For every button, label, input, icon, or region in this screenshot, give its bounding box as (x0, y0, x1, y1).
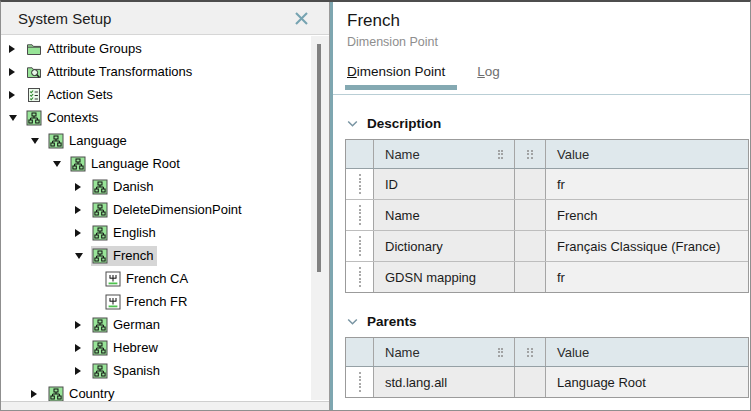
active-tab-indicator (345, 85, 457, 90)
hierarchy-icon (70, 156, 86, 172)
row-handle-icon[interactable] (346, 200, 374, 230)
tree-item-label: Country (69, 386, 115, 401)
header-mid-cell[interactable] (515, 140, 546, 168)
system-setup-window: System Setup Attribute Groups Attribute … (0, 0, 751, 411)
tree-item-attribute-transformations[interactable]: Attribute Transformations (1, 60, 329, 83)
parents-table: Name Value std.lang.all Language Root (345, 337, 749, 398)
expand-arrow-icon[interactable] (75, 367, 91, 375)
system-setup-tree: Attribute Groups Attribute Transformatio… (1, 35, 329, 405)
collapse-arrow-icon[interactable] (75, 253, 91, 259)
row-handle-icon[interactable] (346, 231, 374, 261)
checklist-icon (26, 87, 42, 103)
expand-arrow-icon[interactable] (9, 68, 25, 76)
mid-cell[interactable] (515, 367, 546, 397)
attribute-value-cell[interactable]: fr (546, 262, 748, 292)
section-parents: Parents (347, 314, 750, 329)
collapse-arrow-icon[interactable] (53, 161, 69, 167)
expand-arrow-icon[interactable] (75, 344, 91, 352)
tree-item-label: Spanish (113, 363, 160, 378)
expand-arrow-icon[interactable] (75, 183, 91, 191)
tree-item-label: French CA (126, 271, 188, 286)
row-handle-icon[interactable] (346, 367, 374, 397)
dimension-point-icon (105, 271, 121, 287)
collapse-arrow-icon[interactable] (31, 138, 47, 144)
tree-item-contexts[interactable]: Contexts (1, 106, 329, 129)
tree-item-deletedimensionpoint[interactable]: DeleteDimensionPoint (1, 198, 329, 221)
section-description: Description (347, 116, 750, 131)
tree-item-french[interactable]: French (1, 244, 329, 267)
column-menu-icon[interactable] (498, 150, 504, 159)
attribute-name-cell[interactable]: std.lang.all (374, 367, 515, 397)
tree-item-english[interactable]: English (1, 221, 329, 244)
attribute-value-cell[interactable]: French (546, 200, 748, 230)
attribute-value-cell[interactable]: fr (546, 169, 748, 199)
tree-item-french-ca[interactable]: French CA (1, 267, 329, 290)
panel-header: System Setup (1, 2, 329, 35)
expand-arrow-icon[interactable] (75, 206, 91, 214)
tree-item-danish[interactable]: Danish (1, 175, 329, 198)
panel-title: System Setup (18, 10, 291, 27)
mid-cell[interactable] (515, 262, 546, 292)
horizontal-scrollbar[interactable] (1, 401, 329, 410)
tree-item-label: French FR (126, 294, 187, 309)
tab-strip: Dimension Point Log (347, 64, 750, 79)
collapse-arrow-icon[interactable] (9, 115, 25, 121)
mid-cell[interactable] (515, 200, 546, 230)
attribute-name-cell[interactable]: Name (374, 200, 515, 230)
tab-dimension-point[interactable]: Dimension Point (347, 64, 445, 79)
system-setup-panel: System Setup Attribute Groups Attribute … (1, 2, 330, 410)
header-name-cell[interactable]: Name (374, 140, 515, 168)
expand-arrow-icon[interactable] (31, 390, 47, 398)
header-mid-cell[interactable] (515, 338, 546, 366)
tree-item-french-fr[interactable]: French FR (1, 290, 329, 313)
tree-item-hebrew[interactable]: Hebrew (1, 336, 329, 359)
hierarchy-icon (48, 133, 64, 149)
row-handle-icon[interactable] (346, 262, 374, 292)
mid-cell[interactable] (515, 169, 546, 199)
header-value-cell[interactable]: Value (546, 140, 748, 168)
vertical-scrollbar[interactable] (311, 36, 329, 400)
tree-item-language-root[interactable]: Language Root (1, 152, 329, 175)
table-row[interactable]: Dictionary Français Classique (France) (346, 230, 748, 261)
attribute-name-cell[interactable]: GDSN mapping (374, 262, 515, 292)
tree-item-language[interactable]: Language (1, 129, 329, 152)
close-icon[interactable] (291, 8, 311, 28)
tree-item-attribute-groups[interactable]: Attribute Groups (1, 37, 329, 60)
expand-arrow-icon[interactable] (9, 45, 25, 53)
attribute-name-cell[interactable]: ID (374, 169, 515, 199)
tree-item-label: English (113, 225, 156, 240)
expand-arrow-icon[interactable] (75, 321, 91, 329)
attribute-name-cell[interactable]: Dictionary (374, 231, 515, 261)
expand-arrow-icon[interactable] (75, 229, 91, 237)
table-header-row: Name Value (346, 338, 748, 366)
tree-item-label: French (113, 248, 153, 263)
tab-log[interactable]: Log (477, 64, 500, 79)
section-title: Description (367, 116, 441, 131)
tree-item-label: Attribute Groups (47, 41, 142, 56)
attribute-value-cell[interactable]: Français Classique (France) (546, 231, 748, 261)
table-row[interactable]: GDSN mapping fr (346, 261, 748, 292)
table-row[interactable]: Name French (346, 199, 748, 230)
header-name-cell[interactable]: Name (374, 338, 515, 366)
expand-arrow-icon[interactable] (9, 91, 25, 99)
section-title: Parents (367, 314, 417, 329)
tree-item-label: Attribute Transformations (47, 64, 192, 79)
mid-cell[interactable] (515, 231, 546, 261)
tree-item-label: German (113, 317, 160, 332)
hierarchy-icon (92, 202, 108, 218)
chevron-down-icon[interactable] (347, 120, 358, 128)
column-menu-icon[interactable] (498, 348, 504, 357)
chevron-down-icon[interactable] (347, 318, 358, 326)
header-value-cell[interactable]: Value (546, 338, 748, 366)
column-menu-icon[interactable] (527, 348, 533, 357)
attribute-value-cell[interactable]: Language Root (546, 367, 748, 397)
tree-item-action-sets[interactable]: Action Sets (1, 83, 329, 106)
tree-item-label: Contexts (47, 110, 98, 125)
table-row[interactable]: ID fr (346, 168, 748, 199)
column-menu-icon[interactable] (527, 150, 533, 159)
row-handle-icon[interactable] (346, 169, 374, 199)
table-row[interactable]: std.lang.all Language Root (346, 366, 748, 397)
tree-item-spanish[interactable]: Spanish (1, 359, 329, 382)
tree-item-german[interactable]: German (1, 313, 329, 336)
scrollbar-thumb[interactable] (317, 44, 321, 272)
